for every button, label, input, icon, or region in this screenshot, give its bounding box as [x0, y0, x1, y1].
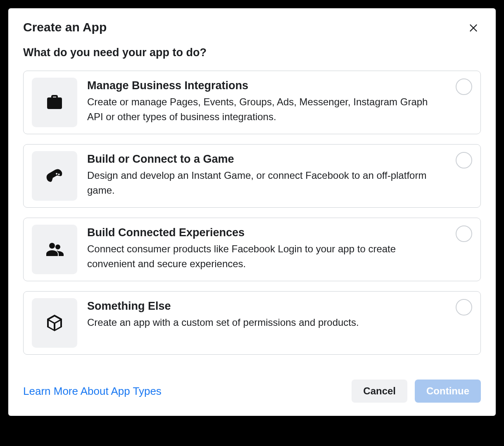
option-desc: Create or manage Pages, Events, Groups, … [87, 95, 446, 124]
people-icon [32, 225, 77, 274]
dialog-footer: Learn More About App Types Cancel Contin… [23, 380, 481, 403]
radio-button[interactable] [456, 152, 472, 168]
option-text: Manage Business Integrations Create or m… [87, 78, 446, 124]
radio-button[interactable] [456, 299, 472, 316]
option-text: Something Else Create an app with a cust… [87, 298, 446, 330]
learn-more-link[interactable]: Learn More About App Types [23, 385, 162, 398]
option-desc: Design and develop an Instant Game, or c… [87, 168, 446, 198]
option-manage-business[interactable]: Manage Business Integrations Create or m… [23, 71, 481, 134]
close-icon [468, 21, 479, 33]
cancel-button[interactable]: Cancel [352, 380, 407, 403]
app-type-options: Manage Business Integrations Create or m… [23, 71, 481, 355]
option-title: Build Connected Experiences [87, 226, 446, 239]
option-title: Build or Connect to a Game [87, 153, 446, 166]
briefcase-icon [32, 78, 77, 127]
option-title: Something Else [87, 300, 446, 313]
dialog-title: Create an App [23, 20, 107, 34]
gamepad-icon [32, 151, 77, 201]
option-text: Build Connected Experiences Connect cons… [87, 225, 446, 271]
dialog-header: Create an App [23, 20, 481, 35]
create-app-dialog: Create an App What do you need your app … [8, 8, 496, 416]
cube-icon [32, 298, 77, 348]
option-build-game[interactable]: Build or Connect to a Game Design and de… [23, 144, 481, 208]
radio-button[interactable] [456, 78, 472, 95]
footer-buttons: Cancel Continue [352, 380, 481, 403]
close-button[interactable] [466, 20, 481, 35]
option-title: Manage Business Integrations [87, 79, 446, 92]
option-text: Build or Connect to a Game Design and de… [87, 151, 446, 198]
dialog-subtitle: What do you need your app to do? [23, 46, 481, 59]
radio-button[interactable] [456, 225, 472, 242]
option-desc: Create an app with a custom set of permi… [87, 315, 446, 330]
continue-button[interactable]: Continue [415, 380, 481, 403]
option-desc: Connect consumer products like Facebook … [87, 242, 446, 271]
option-something-else[interactable]: Something Else Create an app with a cust… [23, 291, 481, 355]
option-connected-experiences[interactable]: Build Connected Experiences Connect cons… [23, 218, 481, 281]
